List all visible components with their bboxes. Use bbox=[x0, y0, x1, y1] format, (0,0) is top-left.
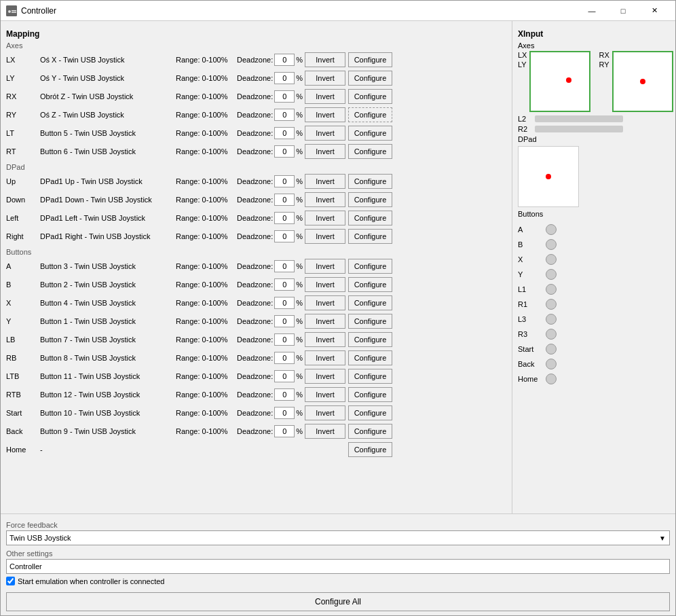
force-feedback-section: Force feedback Twin USB Joystick ▼ bbox=[6, 521, 670, 545]
invert-button-9[interactable]: Invert bbox=[305, 424, 345, 439]
configure-button-7[interactable]: Configure bbox=[348, 387, 392, 402]
row-device-2: DPad1 Left - Twin USB Joystick bbox=[40, 214, 176, 222]
lxy-joystick bbox=[529, 51, 590, 112]
r2-row: R2 bbox=[518, 125, 670, 133]
row-deadzone-7: Deadzone: % bbox=[237, 388, 305, 401]
invert-button-2[interactable]: Invert bbox=[305, 89, 345, 104]
deadzone-input-2[interactable] bbox=[274, 90, 295, 103]
panels-area: Mapping Axes LXOś X - Twin USB JoystickR… bbox=[1, 21, 675, 513]
row-device-0: DPad1 Up - Twin USB Joystick bbox=[40, 177, 176, 185]
invert-button-0[interactable]: Invert bbox=[305, 259, 345, 274]
invert-button-4[interactable]: Invert bbox=[305, 126, 345, 141]
close-button[interactable]: ✕ bbox=[639, 1, 670, 21]
xinput-button-row-9: Back bbox=[518, 357, 670, 372]
configure-button-1[interactable]: Configure bbox=[348, 192, 392, 207]
invert-button-1[interactable]: Invert bbox=[305, 277, 345, 292]
invert-button-7[interactable]: Invert bbox=[305, 387, 345, 402]
deadzone-input-1[interactable] bbox=[274, 72, 295, 84]
deadzone-input-2[interactable] bbox=[274, 212, 295, 224]
deadzone-input-9[interactable] bbox=[274, 425, 295, 437]
deadzone-input-1[interactable] bbox=[274, 278, 295, 291]
row-buttons-8: Invert Configure bbox=[305, 405, 392, 420]
row-name-3: Y bbox=[6, 317, 40, 325]
deadzone-input-2[interactable] bbox=[274, 297, 295, 309]
configure-button-2[interactable]: Configure bbox=[348, 211, 392, 225]
invert-button-3[interactable]: Invert bbox=[305, 229, 345, 244]
deadzone-input-3[interactable] bbox=[274, 315, 295, 327]
row-range-3: Range: 0-100% bbox=[176, 111, 237, 119]
force-feedback-select[interactable]: Twin USB Joystick bbox=[6, 530, 670, 545]
emulation-checkbox[interactable] bbox=[6, 577, 15, 585]
configure-button-3[interactable]: Configure bbox=[348, 314, 392, 329]
configure-button-3[interactable]: Configure bbox=[348, 107, 392, 122]
configure-button-0[interactable]: Configure bbox=[348, 259, 392, 274]
configure-button-1[interactable]: Configure bbox=[348, 71, 392, 86]
row-buttons-2: Invert Configure bbox=[305, 89, 392, 104]
configure-button-5[interactable]: Configure bbox=[348, 350, 392, 365]
dpad-visual bbox=[518, 146, 579, 207]
configure-button-6[interactable]: Configure bbox=[348, 369, 392, 384]
invert-button-0[interactable]: Invert bbox=[305, 174, 345, 189]
invert-button-3[interactable]: Invert bbox=[305, 314, 345, 329]
configure-button-4[interactable]: Configure bbox=[348, 332, 392, 347]
configure-button-2[interactable]: Configure bbox=[348, 295, 392, 310]
deadzone-input-5[interactable] bbox=[274, 145, 295, 158]
invert-button-0[interactable]: Invert bbox=[305, 52, 345, 67]
controller-name-input[interactable] bbox=[6, 559, 670, 574]
xinput-btn-label-10: Home bbox=[518, 375, 542, 383]
invert-button-2[interactable]: Invert bbox=[305, 211, 345, 225]
deadzone-input-6[interactable] bbox=[274, 370, 295, 382]
invert-button-3[interactable]: Invert bbox=[305, 107, 345, 122]
deadzone-input-7[interactable] bbox=[274, 388, 295, 401]
mapping-row: RightDPad1 Right - Twin USB JoystickRang… bbox=[6, 228, 506, 245]
xinput-button-row-4: L1 bbox=[518, 282, 670, 297]
xinput-btn-circle-0 bbox=[546, 224, 557, 235]
lx-ly-col: LX LY bbox=[518, 51, 527, 69]
configure-button-3[interactable]: Configure bbox=[348, 229, 392, 244]
configure-button-5[interactable]: Configure bbox=[348, 144, 392, 159]
deadzone-input-0[interactable] bbox=[274, 175, 295, 187]
invert-button-5[interactable]: Invert bbox=[305, 144, 345, 159]
minimize-button[interactable]: — bbox=[576, 1, 607, 21]
xinput-button-row-3: Y bbox=[518, 267, 670, 282]
invert-button-5[interactable]: Invert bbox=[305, 350, 345, 365]
invert-button-1[interactable]: Invert bbox=[305, 71, 345, 86]
deadzone-input-8[interactable] bbox=[274, 407, 295, 419]
lx-label: LX bbox=[518, 51, 527, 59]
row-device-7: Button 12 - Twin USB Joystick bbox=[40, 391, 176, 399]
configure-button-8[interactable]: Configure bbox=[348, 405, 392, 420]
configure-button-9[interactable]: Configure bbox=[348, 424, 392, 439]
checkbox-row: Start emulation when controller is conne… bbox=[6, 577, 670, 585]
configure-button-1[interactable]: Configure bbox=[348, 277, 392, 292]
deadzone-input-3[interactable] bbox=[274, 230, 295, 242]
xinput-btn-circle-9 bbox=[546, 359, 557, 369]
configure-button-4[interactable]: Configure bbox=[348, 126, 392, 141]
joystick-visuals: LX LY RX RY bbox=[518, 51, 670, 112]
invert-button-1[interactable]: Invert bbox=[305, 192, 345, 207]
svg-point-1 bbox=[8, 10, 11, 13]
invert-button-6[interactable]: Invert bbox=[305, 369, 345, 384]
deadzone-input-4[interactable] bbox=[274, 333, 295, 346]
row-name-4: LB bbox=[6, 336, 40, 344]
invert-button-4[interactable]: Invert bbox=[305, 332, 345, 347]
deadzone-input-5[interactable] bbox=[274, 352, 295, 364]
configure-button-0[interactable]: Configure bbox=[348, 174, 392, 189]
xinput-btn-circle-4 bbox=[546, 284, 557, 295]
configure-button-home[interactable]: Configure bbox=[348, 442, 392, 457]
row-range-0: Range: 0-100% bbox=[176, 262, 237, 270]
row-deadzone-4: Deadzone: % bbox=[237, 127, 305, 139]
row-buttons-1: Invert Configure bbox=[305, 277, 392, 292]
configure-button-0[interactable]: Configure bbox=[348, 52, 392, 67]
deadzone-input-3[interactable] bbox=[274, 109, 295, 121]
row-buttons-5: Invert Configure bbox=[305, 144, 392, 159]
deadzone-input-0[interactable] bbox=[274, 260, 295, 272]
maximize-button[interactable]: □ bbox=[607, 1, 639, 21]
deadzone-input-4[interactable] bbox=[274, 127, 295, 139]
configure-button-2[interactable]: Configure bbox=[348, 89, 392, 104]
deadzone-input-1[interactable] bbox=[274, 194, 295, 206]
row-deadzone-2: Deadzone: % bbox=[237, 297, 305, 309]
invert-button-2[interactable]: Invert bbox=[305, 295, 345, 310]
invert-button-8[interactable]: Invert bbox=[305, 405, 345, 420]
configure-all-button[interactable]: Configure All bbox=[6, 592, 670, 611]
deadzone-input-0[interactable] bbox=[274, 54, 295, 66]
